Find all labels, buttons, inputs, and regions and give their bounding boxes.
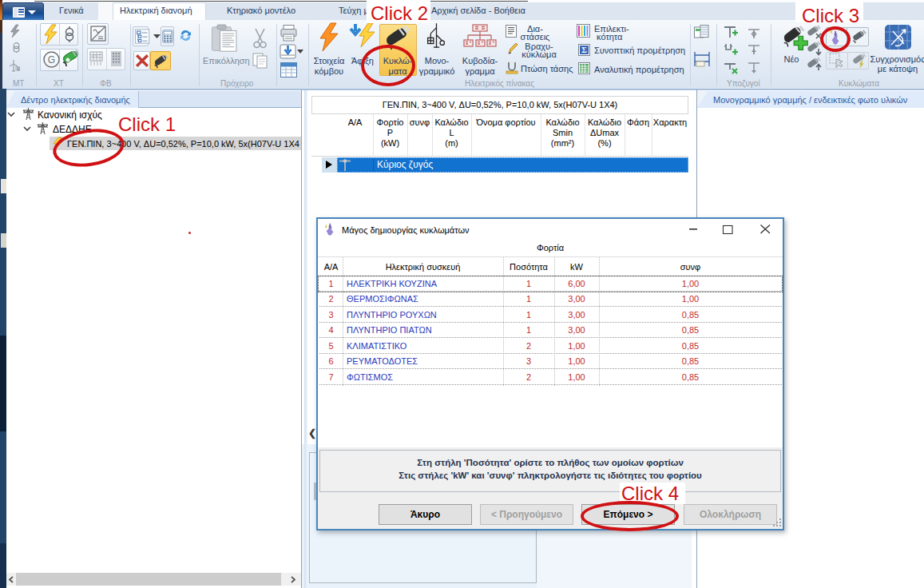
svg-text:Σ: Σ [581,46,587,54]
svg-text:PV: PV [92,54,98,58]
svg-text:G: G [48,54,55,66]
